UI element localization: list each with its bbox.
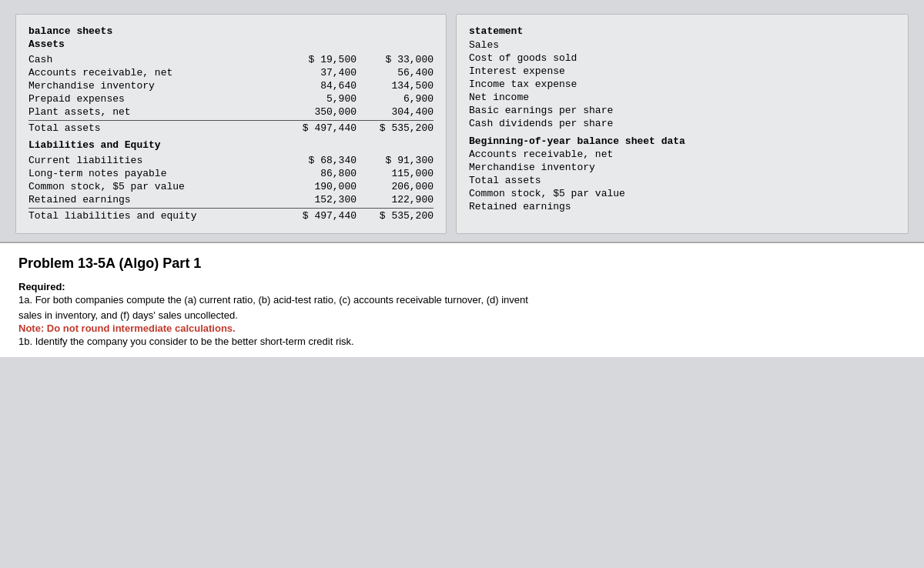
bs-val1-re: 152,300: [295, 194, 357, 205]
bs-row-pa: Plant assets, net 350,000 304,400: [28, 105, 434, 119]
bs-label-cs: Common stock, $5 par value: [28, 181, 185, 192]
bs-row-pe: Prepaid expenses 5,900 6,900: [28, 92, 434, 105]
bs-label-total-liabilities: Total liabilities and equity: [28, 210, 196, 222]
stmt-row-bar-re: Retained earnings: [469, 200, 896, 213]
bs-label-re: Retained earnings: [28, 194, 167, 205]
bs-row-ltnp: Long-term notes payable 86,800 115,000: [28, 167, 434, 180]
bs-row-mi: Merchandise inventory 84,640 134,500: [28, 79, 434, 92]
bottom-section: Problem 13-5A (Algo) Part 1 Required: 1a…: [0, 242, 924, 357]
bs-label-total-assets: Total assets: [28, 122, 167, 134]
bs-val1-total-assets: $ 497,440: [295, 122, 357, 134]
bs-val2-re: 122,900: [372, 194, 434, 205]
bs-val1-ltnp: 86,800: [295, 168, 357, 179]
bs-val1-total-liabilities: $ 497,440: [295, 210, 357, 222]
balance-sheet-panel: balance sheets Assets Cash $ 19,500 $ 33…: [15, 14, 447, 234]
bs-val2-pa: 304,400: [372, 106, 434, 118]
bs-val2-pe: 6,900: [372, 93, 434, 105]
bs-val2-cl: $ 91,300: [372, 155, 434, 166]
bs-values-mi: 84,640 134,500: [295, 80, 434, 92]
balance-sheet-title: balance sheets: [28, 25, 434, 37]
bs-row-ar: Accounts receivable, net 37,400 56,400: [28, 66, 434, 79]
statement-title: statement: [469, 25, 896, 37]
required-line3: 1b. Identify the company you consider to…: [18, 334, 906, 349]
bs-values-re: 152,300 122,900: [295, 194, 434, 205]
bs-row-cl: Current liabilities $ 68,340 $ 91,300: [28, 154, 434, 167]
bs-label-pa: Plant assets, net: [28, 106, 167, 118]
bs-values-cash: $ 19,500 $ 33,000: [295, 54, 434, 65]
stmt-label-bar-re: Retained earnings: [469, 201, 896, 212]
bs-values-total-assets: $ 497,440 $ 535,200: [295, 122, 434, 134]
stmt-row-bar-ta: Total assets: [469, 174, 896, 187]
bs-val1-mi: 84,640: [295, 80, 357, 92]
stmt-row-bar-net: Accounts receivable, net: [469, 148, 896, 161]
required-label: Required:: [18, 281, 65, 292]
stmt-label-cogs: Cost of goods sold: [469, 52, 896, 64]
bs-val1-pa: 350,000: [295, 106, 357, 118]
bs-val2-cs: 206,000: [372, 181, 434, 192]
note-text: Note: Do not round intermediate calculat…: [18, 322, 906, 334]
bs-val2-ltnp: 115,000: [372, 168, 434, 179]
stmt-label-cdps: Cash dividends per share: [469, 118, 896, 129]
bs-val2-mi: 134,500: [372, 80, 434, 92]
stmt-row-ie: Interest expense: [469, 65, 896, 78]
statement-sales-label: Sales: [469, 39, 896, 51]
stmt-beginning-text: Beginning-of-year balance sheet data: [469, 135, 896, 147]
bs-label-ltnp: Long-term notes payable: [28, 168, 167, 179]
stmt-label-ie: Interest expense: [469, 65, 896, 77]
stmt-beginning-label: Beginning-of-year balance sheet data: [469, 135, 896, 148]
bs-row-total-liabilities: Total liabilities and equity $ 497,440 $…: [28, 208, 434, 222]
top-section: balance sheets Assets Cash $ 19,500 $ 33…: [0, 0, 924, 242]
bs-label-mi: Merchandise inventory: [28, 80, 167, 92]
bs-row-re: Retained earnings 152,300 122,900: [28, 193, 434, 206]
stmt-row-ni: Net income: [469, 91, 896, 104]
main-container: balance sheets Assets Cash $ 19,500 $ 33…: [0, 0, 924, 568]
bs-label-pe: Prepaid expenses: [28, 93, 167, 105]
bs-val1-cash: $ 19,500: [295, 54, 357, 65]
bs-val2-total-liabilities: $ 535,200: [372, 210, 434, 222]
bs-values-pa: 350,000 304,400: [295, 106, 434, 118]
stmt-label-bar-ta: Total assets: [469, 175, 896, 186]
required-line1: 1a. For both companies compute the (a) c…: [18, 292, 906, 308]
liabilities-label: Liabilities and Equity: [28, 139, 434, 151]
stmt-label-ite: Income tax expense: [469, 79, 896, 90]
stmt-row-ite: Income tax expense: [469, 78, 896, 91]
bs-row-cash: Cash $ 19,500 $ 33,000: [28, 53, 434, 66]
stmt-label-bar-mi: Merchandise inventory: [469, 162, 896, 173]
required-line2: sales in inventory, and (f) days' sales …: [18, 308, 906, 323]
bs-label-cl: Current liabilities: [28, 155, 167, 166]
stmt-label-beps: Basic earnings per share: [469, 105, 896, 116]
bs-label-ar: Accounts receivable, net: [28, 67, 172, 79]
bs-val2-cash: $ 33,000: [372, 54, 434, 65]
bs-val1-ar: 37,400: [295, 67, 357, 79]
bs-val2-total-assets: $ 535,200: [372, 122, 434, 134]
bs-values-total-liabilities: $ 497,440 $ 535,200: [295, 210, 434, 222]
bs-values-pe: 5,900 6,900: [295, 93, 434, 105]
bs-val2-ar: 56,400: [372, 67, 434, 79]
bs-label-cash: Cash: [28, 54, 167, 65]
bs-val1-pe: 5,900: [295, 93, 357, 105]
bs-row-total-assets: Total assets $ 497,440 $ 535,200: [28, 120, 434, 135]
statement-sales-row: Sales: [469, 38, 896, 52]
bs-values-ar: 37,400 56,400: [295, 67, 434, 79]
assets-label: Assets: [28, 38, 434, 50]
bs-val1-cs: 190,000: [295, 181, 357, 192]
bs-row-cs: Common stock, $5 par value 190,000 206,0…: [28, 180, 434, 193]
stmt-row-cogs: Cost of goods sold: [469, 52, 896, 65]
problem-title: Problem 13-5A (Algo) Part 1: [18, 256, 906, 272]
bs-values-cs: 190,000 206,000: [295, 181, 434, 192]
statement-panel: statement Sales Cost of goods sold Inter…: [456, 14, 909, 234]
stmt-label-bar-net: Accounts receivable, net: [469, 149, 896, 160]
stmt-row-beps: Basic earnings per share: [469, 104, 896, 117]
stmt-row-cdps: Cash dividends per share: [469, 117, 896, 130]
stmt-label-ni: Net income: [469, 92, 896, 103]
stmt-row-bar-mi: Merchandise inventory: [469, 161, 896, 174]
bs-values-cl: $ 68,340 $ 91,300: [295, 155, 434, 166]
bs-val1-cl: $ 68,340: [295, 155, 357, 166]
stmt-row-bar-cs: Common stock, $5 par value: [469, 187, 896, 200]
stmt-label-bar-cs: Common stock, $5 par value: [469, 188, 896, 199]
bs-values-ltnp: 86,800 115,000: [295, 168, 434, 179]
